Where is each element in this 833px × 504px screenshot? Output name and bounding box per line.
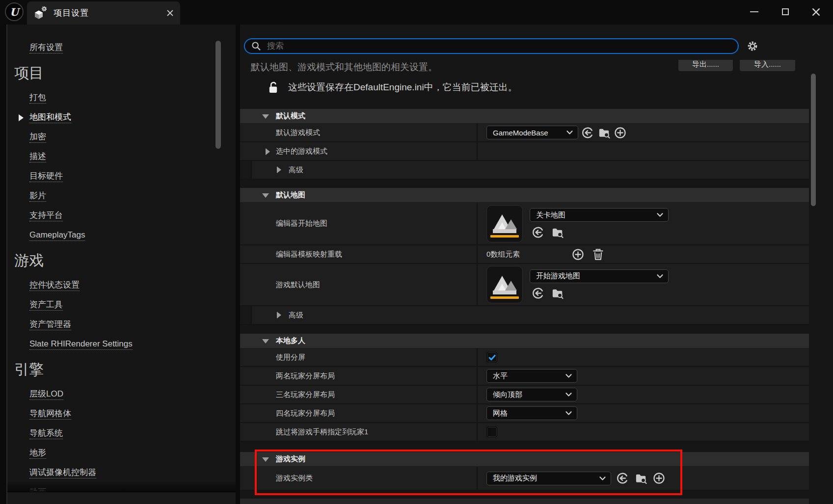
tab-close-icon[interactable] (165, 9, 174, 18)
game-instance-class-dropdown[interactable]: 我的游戏实例 (486, 472, 611, 485)
sidebar-item-asset-tools[interactable]: 资产工具 (7, 295, 236, 315)
expander-down-icon[interactable] (262, 339, 269, 344)
export-button[interactable]: 导出...... (678, 60, 733, 71)
folder-search-icon (551, 226, 564, 239)
minimize-button[interactable] (746, 5, 762, 19)
two-player-layout-dropdown[interactable]: 水平 (486, 369, 577, 383)
browse-to-asset-button[interactable] (634, 472, 647, 485)
sidebar-item-hlod[interactable]: 层级LOD (7, 385, 236, 404)
sidebar-item-navmesh[interactable]: 导航网格体 (7, 404, 236, 424)
sidebar-item-all-settings[interactable]: 所有设置 (7, 38, 236, 58)
sidebar-item-asset-manager[interactable]: 资产管理器 (7, 315, 236, 335)
main-scrollbar[interactable] (811, 74, 816, 206)
close-icon (811, 7, 821, 17)
arrow-circle-icon (532, 287, 545, 300)
add-array-element-button[interactable] (571, 247, 585, 261)
search-icon (251, 41, 262, 52)
expander-right-icon[interactable] (277, 166, 281, 173)
sidebar-item-movies[interactable]: 影片 (7, 186, 236, 206)
sidebar-item-supported-platforms[interactable]: 支持平台 (7, 206, 236, 226)
editor-startup-map-dropdown[interactable]: 关卡地图 (530, 208, 669, 222)
window-close-button[interactable] (807, 5, 824, 19)
settings-gear-button[interactable] (745, 38, 760, 54)
search-box[interactable] (244, 38, 739, 54)
chevron-down-icon (657, 274, 663, 278)
plus-circle-icon (571, 248, 585, 261)
use-selected-asset-button[interactable] (531, 287, 545, 300)
expander-right-icon[interactable] (277, 312, 281, 318)
add-new-asset-button[interactable] (613, 126, 627, 139)
game-default-map-dropdown[interactable]: 开始游戏地图 (530, 269, 669, 283)
plus-circle-icon (652, 472, 666, 485)
sidebar-item-target-hardware[interactable]: 目标硬件 (7, 167, 236, 186)
check-icon (488, 353, 496, 362)
row-use-splitscreen: 使用分屏 (240, 348, 809, 367)
sidebar-scrollbar[interactable] (215, 41, 221, 149)
unlock-icon (268, 81, 279, 94)
use-selected-asset-button[interactable] (616, 472, 629, 485)
browse-to-asset-button[interactable] (550, 287, 564, 300)
row-four-player-layout: 四名玩家分屏布局 网格 (240, 404, 809, 423)
use-selected-asset-button[interactable] (531, 225, 545, 239)
page-subtitle: 默认地图、游戏模式和其他地图的相关设置。 (251, 61, 437, 74)
use-selected-asset-button[interactable] (581, 126, 594, 139)
use-splitscreen-checkbox[interactable] (486, 352, 497, 363)
arrow-circle-icon (581, 126, 594, 139)
row-advanced-default-maps[interactable]: 高级 (240, 306, 809, 325)
expander-down-icon[interactable] (262, 114, 269, 119)
sidebar-item-landscape[interactable]: 地形 (7, 444, 236, 463)
maximize-icon (782, 8, 789, 15)
row-game-default-map: 游戏默认地图 开始游戏地图 (240, 264, 809, 306)
selected-arrow-icon (19, 114, 24, 121)
folder-search-icon (551, 287, 564, 300)
import-button[interactable]: 导入...... (740, 60, 795, 71)
sidebar-item-gameplaytags[interactable]: GameplayTags (7, 226, 236, 245)
row-two-player-layout: 两名玩家分屏布局 水平 (240, 367, 809, 386)
sidebar-item-packaging[interactable]: 打包 (7, 88, 236, 108)
three-player-layout-dropdown[interactable]: 倾向顶部 (486, 388, 577, 401)
section-header-game-instance[interactable]: 游戏实例 (240, 452, 809, 467)
map-thumbnail[interactable] (486, 266, 523, 303)
row-game-instance-class: 游戏实例类 我的游戏实例 (240, 467, 809, 491)
config-file-text: 这些设置保存在DefaultEngine.ini中，它当前已被迁出。 (288, 81, 517, 94)
browse-to-asset-button[interactable] (550, 225, 564, 239)
tab-project-settings[interactable]: 项目设置 (27, 1, 180, 25)
sidebar-group-project: 项目 (7, 58, 236, 88)
clear-array-button[interactable] (591, 247, 605, 261)
maximize-button[interactable] (777, 5, 794, 19)
map-thumbnail[interactable] (486, 205, 523, 242)
four-player-layout-dropdown[interactable]: 网格 (486, 406, 577, 420)
sidebar-item-navsystem[interactable]: 导航系统 (7, 424, 236, 444)
mountain-thumbnail-icon (491, 210, 518, 234)
sidebar-item-slate-rhirenderer[interactable]: Slate RHIRenderer Settings (7, 335, 236, 354)
sidebar-group-engine: 引擎 (7, 354, 236, 385)
search-input[interactable] (266, 41, 732, 52)
plus-circle-icon (614, 126, 627, 139)
sidebar-item-widget-state[interactable]: 控件状态设置 (7, 276, 236, 295)
expander-down-icon[interactable] (262, 193, 269, 198)
skip-assign-gamepad-checkbox[interactable] (486, 426, 497, 437)
minimize-icon (750, 11, 758, 12)
mountain-thumbnail-icon (491, 271, 518, 295)
chevron-down-icon (565, 393, 572, 397)
sidebar-item-debug-camera[interactable]: 调试摄像机控制器 (7, 463, 236, 483)
row-skip-assign-gamepad: 跳过将游戏手柄指定到玩家1 (240, 423, 809, 442)
sidebar-item-maps-and-modes[interactable]: 地图和模式 (7, 108, 236, 128)
sidebar-item-encryption[interactable]: 加密 (7, 128, 236, 147)
gamemode-dropdown[interactable]: GameModeBase (486, 126, 578, 139)
section-header-local-multiplayer[interactable]: 本地多人 (240, 334, 809, 348)
browse-to-asset-button[interactable] (597, 126, 611, 139)
sidebar-item-description[interactable]: 描述 (7, 147, 236, 167)
row-editor-startup-map: 编辑器开始地图 关卡地图 (240, 203, 809, 245)
section-header-default-maps[interactable]: 默认地图 (240, 188, 809, 203)
row-advanced-default-modes[interactable]: 高级 (240, 161, 809, 180)
settings-main-panel: 默认地图、游戏模式和其他地图的相关设置。 导出...... 导入...... 这… (240, 25, 833, 504)
folder-search-icon (597, 126, 611, 139)
sidebar-footer (7, 492, 236, 504)
add-new-asset-button[interactable] (652, 472, 666, 485)
section-header-default-modes[interactable]: 默认模式 (240, 109, 809, 124)
project-settings-window: U 项目设置 所有设置 项目 打包 地图和模式 (0, 0, 833, 504)
expander-down-icon[interactable] (262, 457, 269, 462)
asset-type-color-bar (490, 296, 519, 299)
expander-right-icon[interactable] (266, 148, 270, 155)
